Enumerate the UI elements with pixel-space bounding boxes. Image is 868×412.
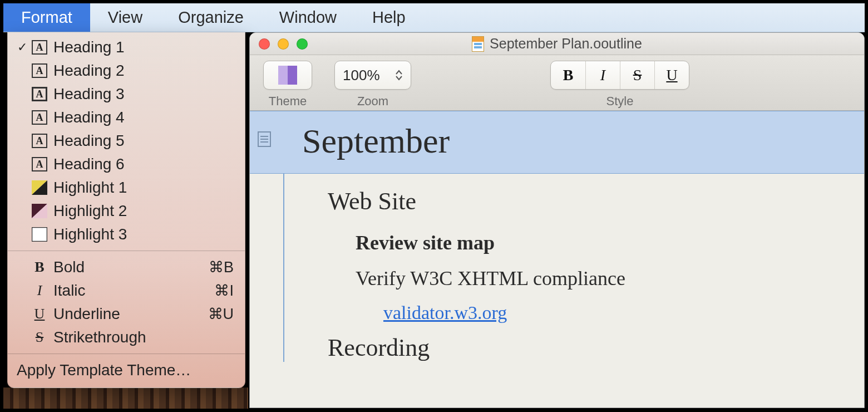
document-content[interactable]: September Web Site Review site map Verif…	[250, 111, 864, 408]
minimize-window-button[interactable]	[278, 38, 289, 50]
highlight-icon	[30, 203, 49, 219]
menu-item-label: Heading 3	[53, 85, 125, 103]
heading-icon: A	[30, 109, 49, 126]
close-window-button[interactable]	[259, 38, 270, 50]
toolbar: Theme 100% Zoom B I S U Style	[250, 55, 864, 111]
outline-row-level1[interactable]: Web Site	[250, 187, 864, 215]
validator-link[interactable]: validator.w3.org	[383, 302, 507, 323]
menu-item-heading-1[interactable]: ✓ A Heading 1	[8, 36, 245, 59]
menu-item-heading-2[interactable]: A Heading 2	[8, 59, 245, 82]
menu-item-label: Italic	[53, 282, 86, 300]
style-segmented-control: B I S U	[550, 61, 689, 90]
menu-item-label: Underline	[53, 305, 120, 323]
menu-item-strikethrough[interactable]: S Strikethrough	[8, 326, 245, 349]
menu-item-underline[interactable]: U Underline ⌘U	[8, 302, 245, 326]
shortcut-label: ⌘I	[214, 282, 234, 300]
format-dropdown: ✓ A Heading 1 A Heading 2 A Heading 3 A …	[7, 32, 245, 388]
shortcut-label: ⌘B	[209, 258, 234, 276]
menu-item-label: Highlight 2	[53, 202, 127, 220]
zoom-window-button[interactable]	[297, 38, 308, 50]
menu-help[interactable]: Help	[354, 3, 423, 32]
toolbar-label-zoom: Zoom	[357, 94, 388, 109]
zoom-dropdown[interactable]: 100%	[334, 61, 411, 90]
outline-row-level1[interactable]: Recording	[250, 333, 864, 362]
menu-separator	[8, 251, 245, 251]
note-icon[interactable]	[258, 131, 271, 147]
menu-item-label: Heading 6	[53, 155, 125, 173]
outline-row-level3[interactable]: validator.w3.org	[250, 302, 864, 323]
underline-button[interactable]: U	[654, 61, 689, 89]
menu-organize[interactable]: Organize	[160, 3, 262, 32]
menu-item-label: Heading 2	[53, 62, 125, 80]
menu-item-heading-5[interactable]: A Heading 5	[8, 129, 245, 153]
menu-item-highlight-2[interactable]: Highlight 2	[8, 199, 245, 223]
menu-item-label: Heading 1	[53, 38, 125, 56]
menu-item-label: Bold	[53, 258, 85, 276]
strikethrough-icon: S	[30, 329, 49, 346]
highlight-icon	[30, 179, 49, 196]
menu-view[interactable]: View	[90, 3, 160, 32]
menu-item-label: Highlight 3	[53, 225, 127, 243]
strikethrough-button[interactable]: S	[620, 61, 654, 89]
menu-item-heading-3[interactable]: A Heading 3	[8, 82, 245, 106]
titlebar[interactable]: September Plan.ooutline	[250, 33, 864, 55]
shortcut-label: ⌘U	[208, 305, 234, 323]
menu-format[interactable]: Format	[3, 3, 90, 32]
menu-item-label: Highlight 1	[53, 179, 127, 197]
heading-icon: A	[30, 86, 49, 102]
highlight-icon	[30, 226, 49, 243]
menu-item-highlight-1[interactable]: Highlight 1	[8, 176, 245, 199]
underline-icon: U	[30, 306, 49, 322]
bold-icon: B	[30, 259, 49, 276]
column-separator[interactable]	[283, 174, 284, 362]
outline-row-level2[interactable]: Review site map	[250, 231, 864, 254]
menu-item-label: Apply Template Theme…	[14, 361, 191, 379]
menu-separator	[8, 354, 245, 354]
stepper-icon	[395, 69, 403, 81]
menu-item-apply-template-theme[interactable]: Apply Template Theme…	[8, 359, 245, 382]
theme-button[interactable]	[263, 61, 312, 90]
menu-item-label: Heading 5	[53, 132, 125, 150]
theme-swatch-icon	[278, 66, 297, 85]
document-window: September Plan.ooutline Theme 100% Zoom	[249, 32, 865, 408]
desktop-wallpaper-strip	[3, 388, 248, 409]
menu-window[interactable]: Window	[262, 3, 354, 32]
menu-item-highlight-3[interactable]: Highlight 3	[8, 223, 245, 246]
heading-icon: A	[30, 39, 49, 56]
heading-icon: A	[30, 133, 49, 149]
menu-item-label: Strikethrough	[53, 328, 146, 346]
outline-title-row[interactable]: September	[250, 111, 864, 174]
menubar: Format View Organize Window Help	[3, 3, 865, 32]
bold-button[interactable]: B	[551, 61, 585, 89]
italic-button[interactable]: I	[585, 61, 620, 89]
toolbar-label-theme: Theme	[269, 94, 307, 109]
menu-item-heading-4[interactable]: A Heading 4	[8, 106, 245, 129]
heading-icon: A	[30, 62, 49, 79]
toolbar-label-style: Style	[606, 94, 634, 109]
italic-icon: I	[30, 282, 49, 299]
window-title: September Plan.ooutline	[490, 36, 642, 52]
checkmark-icon: ✓	[14, 40, 30, 55]
zoom-value: 100%	[343, 67, 380, 84]
menu-item-label: Heading 4	[53, 109, 125, 126]
svg-rect-4	[32, 228, 47, 242]
outline-row-level2[interactable]: Verify W3C XHTML compliance	[250, 267, 864, 290]
document-icon	[472, 36, 484, 52]
menu-item-bold[interactable]: B Bold ⌘B	[8, 256, 245, 279]
heading-icon: A	[30, 156, 49, 173]
menu-item-italic[interactable]: I Italic ⌘I	[8, 279, 245, 302]
window-controls	[259, 38, 308, 50]
document-title: September	[302, 122, 450, 160]
menu-item-heading-6[interactable]: A Heading 6	[8, 153, 245, 176]
